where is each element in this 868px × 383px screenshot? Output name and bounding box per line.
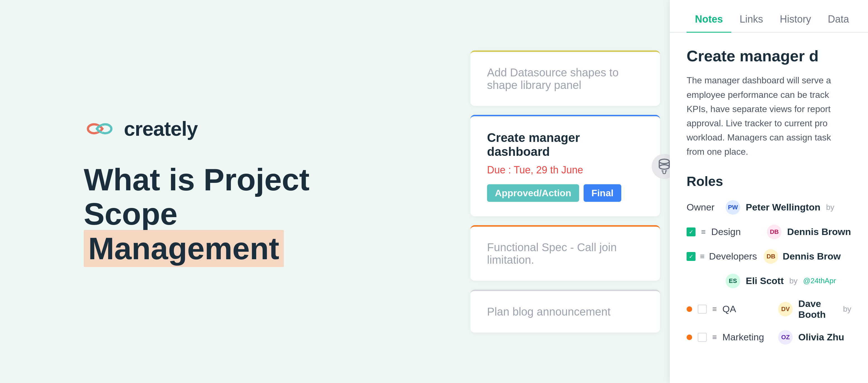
role-row-owner: Owner PW Peter Wellington by bbox=[687, 200, 851, 215]
role-owner-label: Owner bbox=[687, 202, 720, 213]
card-dashboard-due: Due : Tue, 29 th June bbox=[487, 164, 643, 176]
role-dot-qa bbox=[687, 306, 692, 312]
card-datasource-text: Add Datasource shapes to shape library p… bbox=[487, 66, 619, 91]
panel-content: Create manager d The manager dashboard w… bbox=[670, 33, 868, 383]
panel-heading: Create manager d bbox=[687, 47, 851, 65]
role-developers-label: Developers bbox=[709, 251, 759, 262]
headline-line2: Management bbox=[84, 230, 284, 267]
role-row-eli: ES Eli Scott by @24thApr bbox=[687, 274, 851, 288]
role-qa-label: QA bbox=[722, 304, 773, 314]
svg-point-4 bbox=[659, 165, 669, 169]
role-row-developers: ✓ ≡ Developers DB Dennis Brow bbox=[687, 249, 851, 264]
avatar-eli-scott: ES bbox=[726, 274, 740, 288]
role-dot-marketing bbox=[687, 335, 692, 340]
logo-text: creately bbox=[124, 117, 197, 140]
card-datasource: Add Datasource shapes to shape library p… bbox=[470, 50, 660, 106]
role-olivia-name: Olivia Zhu bbox=[798, 332, 844, 343]
role-row-marketing: ≡ Marketing OZ Olivia Zhu bbox=[687, 330, 851, 345]
list-icon-qa: ≡ bbox=[712, 305, 717, 314]
role-eli-tag: @24thApr bbox=[803, 277, 836, 285]
role-row-qa: ≡ QA DV Dave Booth by bbox=[687, 298, 851, 320]
role-peter-name: Peter Wellington bbox=[746, 202, 820, 213]
creately-logo-icon bbox=[84, 119, 117, 139]
role-design-label: Design bbox=[711, 227, 762, 237]
role-dennis-name: Dennis Brown bbox=[787, 227, 851, 237]
avatar-dennis-brown-2: DB bbox=[764, 249, 778, 264]
role-row-design: ✓ ≡ Design DB Dennis Brown bbox=[687, 225, 851, 239]
avatar-peter-wellington: PW bbox=[726, 200, 740, 215]
avatar-initials: PW bbox=[728, 204, 738, 211]
role-dennis-2-name: Dennis Brow bbox=[783, 251, 841, 262]
role-eli-by: by bbox=[789, 277, 798, 285]
role-eli-name: Eli Scott bbox=[746, 275, 784, 286]
left-section: creately What is Project Scope Managemen… bbox=[0, 0, 461, 383]
badge-final: Final bbox=[584, 184, 621, 202]
card-dashboard[interactable]: Create manager dashboard Due : Tue, 29 t… bbox=[470, 115, 660, 216]
badge-approved: Approved/Action bbox=[487, 184, 579, 202]
headline-line1: What is Project Scope bbox=[84, 162, 310, 231]
panel-description: The manager dashboard will serve a emplo… bbox=[687, 73, 851, 159]
tab-notes[interactable]: Notes bbox=[687, 13, 731, 33]
card-dashboard-title: Create manager dashboard bbox=[487, 131, 643, 159]
list-icon-developers: ≡ bbox=[700, 252, 705, 261]
list-icon-marketing: ≡ bbox=[712, 333, 717, 342]
list-icon-design: ≡ bbox=[701, 228, 706, 236]
avatar-dave-booth: DV bbox=[778, 302, 793, 316]
checkbox-qa[interactable] bbox=[698, 305, 707, 314]
right-panel: Notes Links History Data Create manager … bbox=[670, 0, 868, 383]
cards-section: Add Datasource shapes to shape library p… bbox=[461, 0, 670, 383]
logo-container: creately bbox=[84, 117, 461, 140]
svg-point-3 bbox=[659, 159, 669, 164]
role-qa-by: by bbox=[843, 305, 851, 314]
tab-history[interactable]: History bbox=[771, 13, 819, 33]
role-owner-by: by bbox=[826, 203, 835, 212]
roles-heading: Roles bbox=[687, 174, 851, 189]
panel-tabs: Notes Links History Data bbox=[670, 0, 868, 33]
checkbox-design[interactable]: ✓ bbox=[687, 228, 695, 236]
tab-links[interactable]: Links bbox=[731, 13, 771, 33]
role-dave-name: Dave Booth bbox=[798, 298, 837, 320]
badges-row: Approved/Action Final bbox=[487, 184, 643, 202]
checkbox-developers[interactable]: ✓ bbox=[687, 252, 695, 261]
card-blog-text: Plan blog announcement bbox=[487, 306, 611, 318]
card-functional: Functional Spec - Call join limitation. bbox=[470, 225, 660, 281]
tab-data[interactable]: Data bbox=[819, 13, 858, 33]
avatar-olivia-zhu: OZ bbox=[778, 330, 793, 345]
card-blog: Plan blog announcement bbox=[470, 290, 660, 333]
avatar-dennis-brown: DB bbox=[767, 225, 781, 239]
card-functional-text: Functional Spec - Call join limitation. bbox=[487, 241, 617, 266]
main-headline: What is Project Scope Management bbox=[84, 163, 391, 266]
role-marketing-label: Marketing bbox=[722, 332, 773, 343]
checkbox-marketing[interactable] bbox=[698, 333, 707, 342]
